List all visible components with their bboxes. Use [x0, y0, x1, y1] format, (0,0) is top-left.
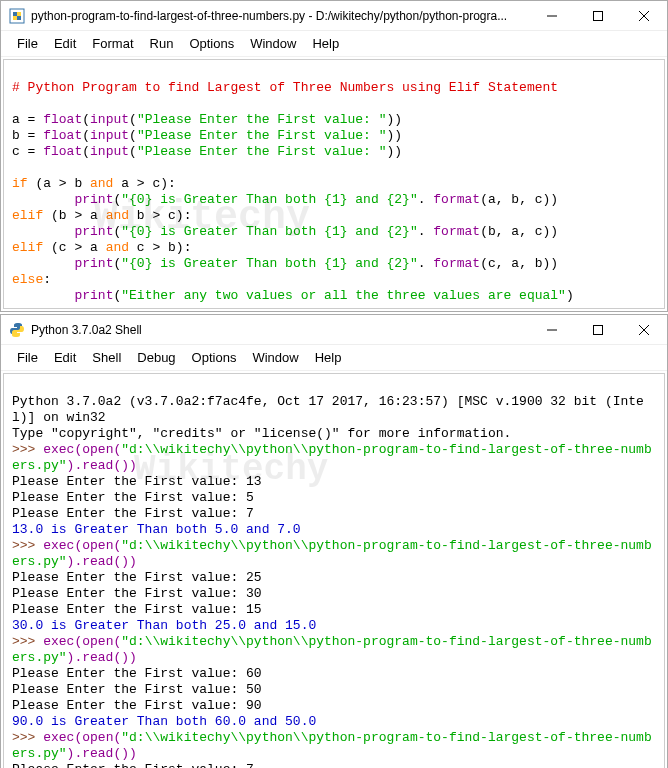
editor-titlebar: python-program-to-find-largest-of-three-… [1, 1, 667, 31]
editor-window: python-program-to-find-largest-of-three-… [0, 0, 668, 312]
shell-title: Python 3.7.0a2 Shell [31, 323, 529, 337]
shell-titlebar: Python 3.7.0a2 Shell [1, 315, 667, 345]
menu-window[interactable]: Window [242, 33, 304, 54]
prompt: >>> [12, 634, 43, 649]
result-2: 30.0 is Greater Than both 25.0 and 15.0 [12, 618, 316, 633]
svg-rect-2 [594, 11, 603, 20]
menu-options[interactable]: Options [184, 347, 245, 368]
menu-format[interactable]: Format [84, 33, 141, 54]
shell-banner: Python 3.7.0a2 (v3.7.0a2:f7ac4fe, Oct 17… [12, 394, 644, 425]
shell-output[interactable]: WikitechyPython 3.7.0a2 (v3.7.0a2:f7ac4f… [3, 373, 665, 768]
close-button[interactable] [621, 1, 667, 31]
shell-menubar: File Edit Shell Debug Options Window Hel… [1, 345, 667, 371]
menu-shell[interactable]: Shell [84, 347, 129, 368]
prompt: >>> [12, 442, 43, 457]
menu-window[interactable]: Window [244, 347, 306, 368]
python-shell-icon [9, 322, 25, 338]
menu-edit[interactable]: Edit [46, 33, 84, 54]
shell-window-controls [529, 315, 667, 345]
result-3: 90.0 is Greater Than both 60.0 and 50.0 [12, 714, 316, 729]
menu-file[interactable]: File [9, 347, 46, 368]
menu-help[interactable]: Help [307, 347, 350, 368]
editor-menubar: File Edit Format Run Options Window Help [1, 31, 667, 57]
prompt: >>> [12, 538, 43, 553]
editor-window-controls [529, 1, 667, 31]
result-1: 13.0 is Greater Than both 5.0 and 7.0 [12, 522, 301, 537]
prompt: >>> [12, 730, 43, 745]
menu-help[interactable]: Help [304, 33, 347, 54]
shell-banner2: Type "copyright", "credits" or "license(… [12, 426, 511, 441]
shell-window: Python 3.7.0a2 Shell File Edit Shell Deb… [0, 314, 668, 768]
menu-options[interactable]: Options [181, 33, 242, 54]
menu-file[interactable]: File [9, 33, 46, 54]
menu-run[interactable]: Run [142, 33, 182, 54]
close-button[interactable] [621, 315, 667, 345]
svg-rect-6 [594, 325, 603, 334]
minimize-button[interactable] [529, 315, 575, 345]
maximize-button[interactable] [575, 1, 621, 31]
minimize-button[interactable] [529, 1, 575, 31]
menu-edit[interactable]: Edit [46, 347, 84, 368]
editor-title: python-program-to-find-largest-of-three-… [31, 9, 529, 23]
code-editor[interactable]: Wikitechy# Python Program to find Larges… [3, 59, 665, 309]
maximize-button[interactable] [575, 315, 621, 345]
menu-debug[interactable]: Debug [129, 347, 183, 368]
python-file-icon [9, 8, 25, 24]
